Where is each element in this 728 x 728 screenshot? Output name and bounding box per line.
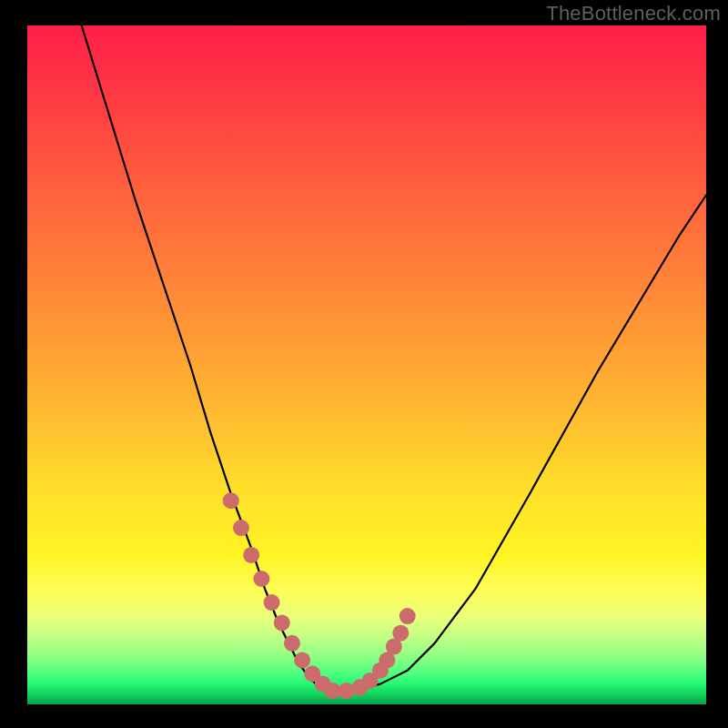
red-dot bbox=[274, 614, 290, 631]
red-dot bbox=[243, 547, 259, 563]
red-dot bbox=[399, 608, 416, 624]
red-dot bbox=[284, 635, 300, 652]
red-dot bbox=[264, 594, 280, 611]
red-dot bbox=[392, 625, 409, 642]
red-dot bbox=[294, 652, 310, 669]
red-dot bbox=[253, 571, 269, 587]
watermark-text: TheBottleneck.com bbox=[546, 2, 721, 25]
chart-frame: TheBottleneck.com bbox=[0, 0, 728, 728]
black-curve-path bbox=[82, 25, 706, 691]
plot-area bbox=[27, 25, 706, 704]
red-dot-group bbox=[223, 492, 416, 699]
red-dot bbox=[223, 492, 239, 509]
curve-layer bbox=[27, 25, 706, 704]
red-dot bbox=[233, 520, 249, 536]
